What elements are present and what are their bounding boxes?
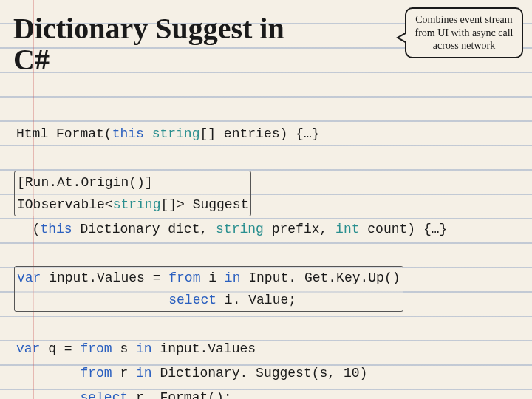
- t: (: [16, 222, 40, 236]
- t: i: [200, 270, 224, 285]
- code-line-2: [Run.At.Origin()]: [17, 175, 153, 190]
- code-line-5: var input.Values = from i in Input. Get.…: [17, 270, 400, 285]
- t: from: [80, 341, 112, 356]
- t: this: [112, 126, 144, 141]
- t: in: [136, 366, 152, 381]
- t: s: [112, 341, 136, 356]
- t: [16, 390, 80, 399]
- t: select: [80, 390, 128, 399]
- t: select: [168, 293, 216, 307]
- t: []> Suggest: [160, 197, 248, 212]
- callout-bubble: Combines event stream from UI with async…: [405, 7, 523, 58]
- code-line-9: select r. Format();: [16, 390, 232, 399]
- t: q =: [40, 341, 80, 356]
- slide-title: Dictionary Suggest in C#: [13, 13, 294, 75]
- code-block: Html Format(this string[] entries) {…} […: [13, 98, 519, 399]
- t: prefix,: [264, 222, 335, 236]
- t: r. Format();: [128, 390, 231, 399]
- t: Dictionary. Suggest(s, 10): [152, 366, 368, 381]
- t: input.Values: [152, 341, 256, 356]
- t: [16, 366, 80, 381]
- t: string: [216, 222, 264, 236]
- code-line-8: from r in Dictionary. Suggest(s, 10): [16, 366, 367, 381]
- code-line-1: Html Format(this string[] entries) {…}: [16, 126, 320, 141]
- t: var: [16, 341, 40, 356]
- t: from: [80, 366, 112, 381]
- box-run-at-origin: [Run.At.Origin()] IObservable<string[]> …: [14, 171, 251, 216]
- t: [] entries) {…}: [200, 126, 319, 141]
- t: Html Format(: [16, 126, 112, 141]
- box-input-values: var input.Values = from i in Input. Get.…: [14, 266, 403, 312]
- t: Input. Get.Key.Up(): [240, 270, 400, 285]
- t: input.Values =: [41, 270, 168, 285]
- t: int: [335, 222, 359, 236]
- code-line-3: IObservable<string[]> Suggest: [17, 197, 248, 212]
- t: in: [136, 341, 152, 356]
- t: from: [168, 270, 200, 285]
- code-line-6: select i. Value;: [17, 293, 296, 307]
- t: IObservable<: [17, 197, 113, 212]
- t: [144, 126, 152, 141]
- t: string: [113, 197, 161, 212]
- t: r: [112, 366, 136, 381]
- code-line-4: (this Dictionary dict, string prefix, in…: [16, 222, 447, 236]
- t: var: [17, 270, 41, 285]
- slide-content: Dictionary Suggest in C# Combines event …: [0, 0, 532, 399]
- t: [17, 293, 168, 307]
- code-line-7: var q = from s in input.Values: [16, 341, 256, 356]
- t: this: [40, 222, 72, 236]
- t: Dictionary dict,: [72, 222, 216, 236]
- t: in: [225, 270, 241, 285]
- t: i. Value;: [216, 293, 296, 307]
- t: count) {…}: [360, 222, 448, 236]
- t: string: [152, 126, 200, 141]
